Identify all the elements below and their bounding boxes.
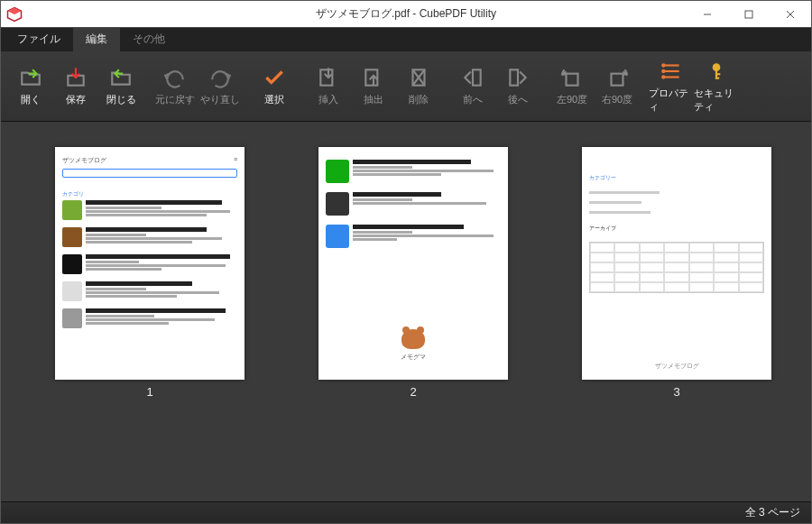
svg-rect-7 xyxy=(320,69,332,85)
page-number: 1 xyxy=(146,385,152,399)
svg-rect-3 xyxy=(745,11,752,18)
rotate-right-icon xyxy=(605,66,629,89)
page-number: 3 xyxy=(673,385,679,399)
menu-bar: ファイル 編集 その他 xyxy=(1,28,811,51)
window-minimize[interactable] xyxy=(687,1,728,27)
properties-button[interactable]: プロパティ xyxy=(649,60,694,114)
app-icon xyxy=(6,6,23,23)
save-button[interactable]: 保存 xyxy=(53,60,98,114)
window-buttons xyxy=(687,1,811,27)
menu-other[interactable]: その他 xyxy=(120,27,178,51)
security-icon xyxy=(705,60,728,83)
svg-rect-15 xyxy=(612,74,623,86)
extract-icon xyxy=(362,66,385,89)
app-window: ザツメモブログ.pdf - CubePDF Utility ファイル 編集 その… xyxy=(0,0,812,524)
prev-label: 前へ xyxy=(463,93,483,106)
delete-label: 削除 xyxy=(409,93,429,106)
status-bar: 全 3 ページ xyxy=(1,501,811,523)
delete-icon xyxy=(407,66,430,89)
delete-button[interactable]: 削除 xyxy=(396,60,441,114)
select-button[interactable]: 選択 xyxy=(252,60,297,114)
svg-point-21 xyxy=(661,75,665,78)
search-box-preview xyxy=(62,169,237,178)
svg-rect-25 xyxy=(715,77,719,78)
page-thumbnail-2[interactable]: メモグマ 2 xyxy=(318,147,508,476)
rotate-left-icon xyxy=(560,66,584,89)
undo-button[interactable]: 元に戻す xyxy=(152,60,198,114)
select-icon xyxy=(263,66,286,89)
rotate-left-button[interactable]: 左90度 xyxy=(549,60,595,114)
insert-label: 挿入 xyxy=(318,93,338,106)
next-icon xyxy=(506,66,530,89)
page-preview: メモグマ xyxy=(318,147,508,380)
security-button[interactable]: セキュリティ xyxy=(694,60,739,114)
window-maximize[interactable] xyxy=(728,1,770,27)
menu-edit[interactable]: 編集 xyxy=(73,27,120,51)
close-button[interactable]: 閉じる xyxy=(98,60,143,114)
close-file-icon xyxy=(109,66,133,89)
window-close[interactable] xyxy=(770,1,811,27)
page-thumbnail-1[interactable]: ザツメモブログ≡ カテゴリ 1 xyxy=(55,147,245,476)
page-preview: カテゴリー アーカイブ ザツメモブログ xyxy=(582,147,771,380)
maximize-icon xyxy=(744,10,753,19)
page-number: 2 xyxy=(410,385,416,399)
select-label: 選択 xyxy=(264,93,284,106)
prev-icon xyxy=(461,66,484,89)
open-label: 開く xyxy=(21,93,41,106)
properties-label: プロパティ xyxy=(649,87,694,114)
page-count: 全 3 ページ xyxy=(745,505,800,520)
toolbar: 開く 保存 閉じる 元に戻す やり直し 選択 挿入 xyxy=(1,51,811,122)
next-button[interactable]: 後へ xyxy=(495,60,540,114)
extract-label: 抽出 xyxy=(364,93,383,106)
svg-point-17 xyxy=(661,63,665,67)
redo-label: やり直し xyxy=(200,93,240,106)
svg-rect-24 xyxy=(715,73,720,75)
page-thumbnail-3[interactable]: カテゴリー アーカイブ ザツメモブログ 3 xyxy=(582,147,771,476)
save-label: 保存 xyxy=(66,93,86,106)
svg-point-19 xyxy=(661,69,665,72)
extract-button[interactable]: 抽出 xyxy=(351,60,396,114)
rotate-left-label: 左90度 xyxy=(557,93,587,106)
close-label: 閉じる xyxy=(106,93,136,106)
title-bar: ザツメモブログ.pdf - CubePDF Utility xyxy=(1,1,811,28)
thumbnail-area[interactable]: ザツメモブログ≡ カテゴリ 1 メモグマ xyxy=(1,122,811,501)
svg-rect-14 xyxy=(567,74,578,86)
redo-icon xyxy=(208,66,232,89)
window-title: ザツメモブログ.pdf - CubePDF Utility xyxy=(316,6,496,22)
close-icon xyxy=(786,10,795,19)
open-button[interactable]: 開く xyxy=(8,60,53,114)
menu-file[interactable]: ファイル xyxy=(5,27,73,51)
rotate-right-button[interactable]: 右90度 xyxy=(595,60,640,114)
properties-icon xyxy=(660,60,683,83)
next-label: 後へ xyxy=(508,93,528,106)
undo-label: 元に戻す xyxy=(155,93,195,106)
prev-button[interactable]: 前へ xyxy=(450,60,495,114)
insert-button[interactable]: 挿入 xyxy=(306,60,351,114)
insert-icon xyxy=(317,66,340,89)
save-icon xyxy=(64,66,88,89)
redo-button[interactable]: やり直し xyxy=(198,60,243,114)
svg-rect-12 xyxy=(473,69,481,85)
rotate-right-label: 右90度 xyxy=(602,93,632,106)
security-label: セキュリティ xyxy=(694,87,739,114)
open-icon xyxy=(19,66,42,89)
undo-icon xyxy=(163,66,187,89)
mascot-preview: メモグマ xyxy=(326,329,501,362)
svg-rect-13 xyxy=(510,69,518,85)
minimize-icon xyxy=(703,10,712,19)
calendar-preview xyxy=(589,242,764,293)
page-preview: ザツメモブログ≡ カテゴリ xyxy=(55,147,245,380)
